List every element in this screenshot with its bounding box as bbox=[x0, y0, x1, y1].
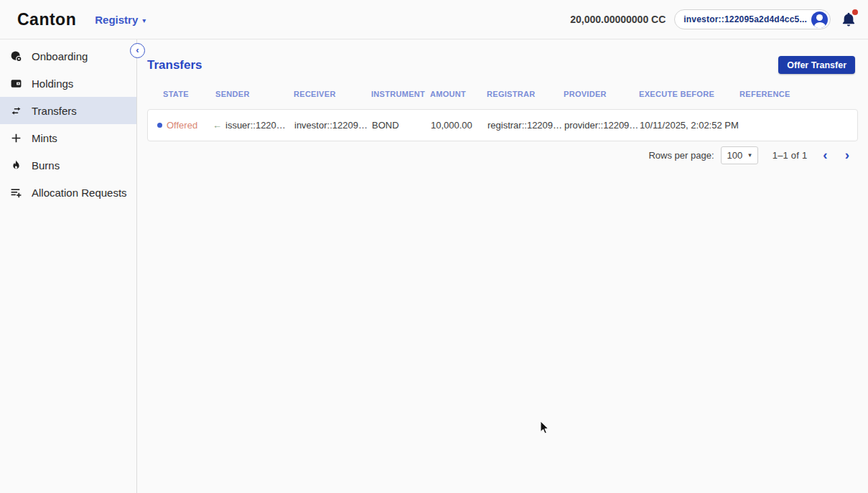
cell-instrument: BOND bbox=[372, 120, 431, 131]
column-header-receiver: RECEIVER bbox=[294, 90, 371, 98]
chevron-left-icon: ‹ bbox=[136, 45, 139, 55]
column-header-registrar: REGISTRAR bbox=[487, 90, 564, 98]
table-header-row: STATE SENDER RECEIVER INSTRUMENT AMOUNT … bbox=[147, 87, 858, 101]
column-header-execute-before: EXECUTE BEFORE bbox=[639, 90, 739, 98]
cell-amount: 10,000.00 bbox=[431, 120, 487, 131]
sidebar-item-allocation-requests[interactable]: Allocation Requests bbox=[0, 179, 136, 206]
user-party-chip[interactable]: investor::122095a2d4d4cc5... bbox=[674, 9, 831, 29]
registry-app-selector[interactable]: Registry ▾ bbox=[95, 14, 146, 26]
rows-per-page-label: Rows per page: bbox=[648, 150, 714, 161]
state-dot-icon bbox=[157, 123, 162, 128]
sidebar-label: Holdings bbox=[32, 78, 73, 90]
rows-per-page: Rows per page: 100 ▾ bbox=[648, 146, 757, 164]
sidebar-item-onboarding[interactable]: Onboarding bbox=[0, 42, 136, 70]
cell-state: Offered bbox=[157, 120, 216, 131]
next-page-button[interactable]: › bbox=[844, 148, 851, 161]
user-avatar-icon bbox=[811, 11, 828, 28]
cell-execute-before: 10/11/2025, 2:02:52 PM bbox=[640, 120, 740, 131]
main-content: Transfers Offer Transfer STATE SENDER RE… bbox=[137, 39, 868, 493]
user-party-id: investor::122095a2d4d4cc5... bbox=[683, 14, 807, 24]
previous-page-button[interactable]: ‹ bbox=[821, 148, 829, 161]
transfer-arrows-icon bbox=[10, 105, 22, 117]
flame-icon bbox=[10, 159, 22, 172]
cc-balance: 20,000.00000000 CC bbox=[570, 14, 666, 25]
page-title: Transfers bbox=[147, 58, 202, 72]
registry-label: Registry bbox=[95, 14, 138, 26]
cell-receiver: investor::12209… bbox=[294, 120, 372, 131]
column-header-sender: SENDER bbox=[215, 90, 294, 98]
rows-per-page-value: 100 bbox=[727, 150, 743, 161]
sidebar-item-mints[interactable]: Mints bbox=[0, 124, 136, 151]
sender-id: issuer::1220… bbox=[225, 120, 286, 131]
column-header-state: STATE bbox=[163, 90, 215, 98]
cell-registrar: registrar::12209… bbox=[487, 120, 564, 131]
sidebar-nav: Onboarding Holdings Transfers Mints bbox=[0, 39, 137, 493]
onboarding-icon bbox=[10, 50, 22, 62]
sidebar-label: Onboarding bbox=[32, 50, 88, 62]
pagination-bar: Rows per page: 100 ▾ 1–1 of 1 ‹ › bbox=[648, 144, 851, 166]
chevron-down-icon: ▾ bbox=[748, 151, 752, 159]
cell-provider: provider::12209… bbox=[564, 120, 640, 131]
notification-badge bbox=[852, 9, 858, 15]
sidebar-item-holdings[interactable]: Holdings bbox=[0, 70, 136, 97]
column-header-instrument: INSTRUMENT bbox=[371, 90, 430, 98]
table-row[interactable]: Offered ← issuer::1220… investor::12209…… bbox=[148, 110, 857, 141]
column-header-amount: AMOUNT bbox=[430, 90, 487, 98]
column-header-provider: PROVIDER bbox=[564, 90, 639, 98]
sidebar-label: Mints bbox=[32, 132, 57, 144]
top-bar: Canton Registry ▾ 20,000.00000000 CC inv… bbox=[0, 0, 868, 39]
plus-icon bbox=[10, 132, 22, 144]
notification-bell-button[interactable] bbox=[841, 11, 857, 27]
incoming-arrow-icon: ← bbox=[213, 120, 222, 131]
canton-logo: Canton bbox=[17, 10, 76, 29]
list-plus-icon bbox=[10, 187, 22, 199]
transfers-table-card: Offered ← issuer::1220… investor::12209…… bbox=[147, 109, 858, 141]
rows-per-page-select[interactable]: 100 ▾ bbox=[721, 146, 758, 164]
sidebar-label: Transfers bbox=[32, 105, 77, 117]
chevron-down-icon: ▾ bbox=[142, 17, 146, 24]
sidebar-label: Burns bbox=[32, 159, 60, 172]
cell-sender: ← issuer::1220… bbox=[213, 120, 294, 131]
sidebar-item-transfers[interactable]: Transfers bbox=[0, 97, 136, 124]
top-bar-right: 20,000.00000000 CC investor::122095a2d4d… bbox=[570, 9, 857, 29]
wallet-icon bbox=[10, 78, 22, 90]
sidebar-item-burns[interactable]: Burns bbox=[0, 151, 136, 179]
offer-transfer-button[interactable]: Offer Transfer bbox=[778, 56, 855, 74]
state-label: Offered bbox=[167, 120, 197, 131]
column-header-reference: REFERENCE bbox=[739, 90, 858, 98]
pagination-range: 1–1 of 1 bbox=[773, 150, 808, 161]
sidebar-label: Allocation Requests bbox=[32, 187, 127, 199]
sidebar-collapse-button[interactable]: ‹ bbox=[130, 43, 145, 58]
